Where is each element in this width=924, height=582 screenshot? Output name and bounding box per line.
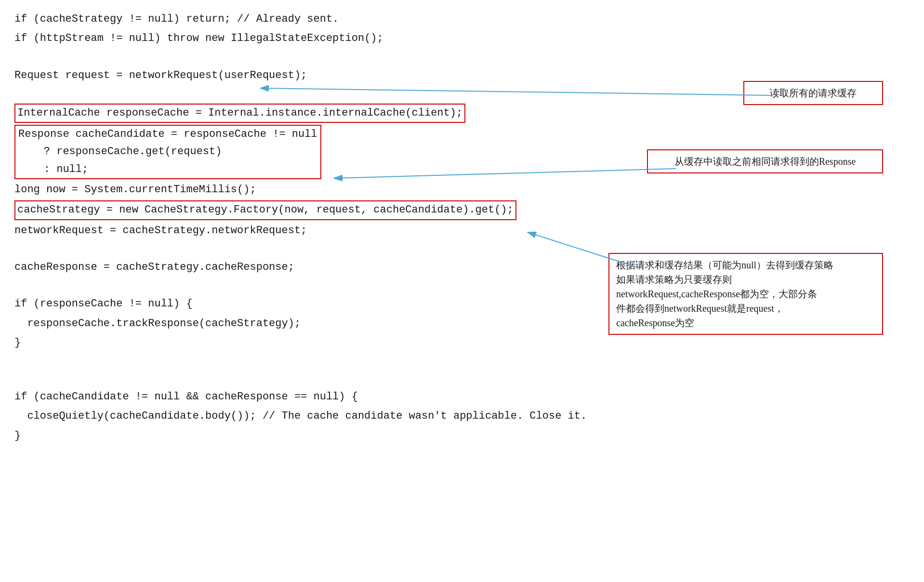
annotation-3-text: 根据请求和缓存结果（可能为null）去得到缓存策略 如果请求策略为只要缓存则 n…	[616, 260, 833, 328]
code-line-7-container: cacheStrategy = new CacheStrategy.Factor…	[14, 200, 910, 220]
code-line-6: long now = System.currentTimeMillis();	[14, 180, 910, 199]
code-line-empty5	[14, 353, 910, 370]
code-line-empty1	[14, 49, 910, 66]
code-line-15: }	[14, 426, 910, 446]
code-line-5a: Response cacheCandidate = responseCache …	[15, 126, 320, 143]
code-line-4-container: InternalCache responseCache = Internal.i…	[14, 104, 910, 123]
code-line-7-outlined: cacheStrategy = new CacheStrategy.Factor…	[14, 200, 516, 220]
code-line-empty6	[14, 370, 910, 387]
code-block-response: Response cacheCandidate = responseCache …	[14, 125, 321, 179]
code-line-5c: : null;	[15, 161, 320, 178]
code-line-13: if (cacheCandidate != null && cacheRespo…	[14, 387, 910, 407]
annotation-1: 读取所有的请求缓存	[743, 81, 883, 105]
annotation-3: 根据请求和缓存结果（可能为null）去得到缓存策略 如果请求策略为只要缓存则 n…	[608, 253, 883, 335]
code-line-2: if (httpStream != null) throw new Illega…	[14, 29, 910, 48]
annotation-2: 从缓存中读取之前相同请求得到的Response	[647, 149, 883, 173]
code-line-5b: ? responseCache.get(request)	[15, 143, 320, 160]
code-line-4-outlined: InternalCache responseCache = Internal.i…	[14, 104, 465, 123]
code-line-8: networkRequest = cacheStrategy.networkRe…	[14, 221, 910, 240]
code-line-12: }	[14, 333, 910, 353]
code-line-1: if (cacheStrategy != null) return; // Al…	[14, 10, 910, 29]
code-line-14: closeQuietly(cacheCandidate.body()); // …	[14, 407, 910, 426]
arrow-2	[334, 169, 676, 178]
